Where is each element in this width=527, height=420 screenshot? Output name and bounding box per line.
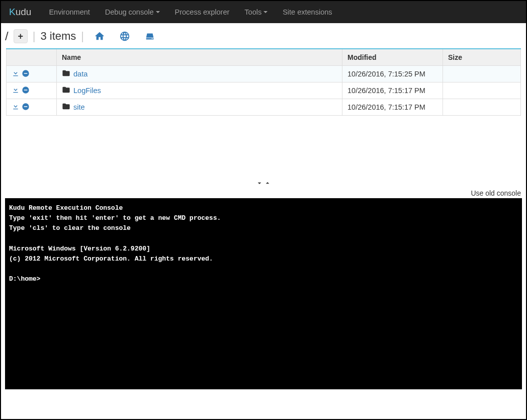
globe-icon[interactable] — [119, 31, 130, 42]
row-size-cell — [443, 66, 521, 82]
nav-item[interactable]: Debug console — [98, 1, 167, 23]
chevron-up-icon — [264, 179, 272, 187]
chevron-down-icon — [255, 179, 264, 187]
path-root[interactable]: / — [5, 29, 9, 43]
disk-icon[interactable] — [144, 31, 155, 42]
col-actions-header — [7, 49, 57, 66]
add-button[interactable]: + — [14, 29, 28, 43]
row-actions — [7, 66, 57, 82]
top-navbar: Kudu EnvironmentDebug console Process ex… — [1, 1, 526, 23]
folder-link[interactable]: LogFiles — [73, 87, 101, 95]
folder-link[interactable]: data — [73, 70, 87, 78]
breadcrumb-bar: / + | 3 items | — [1, 23, 526, 48]
home-icon[interactable] — [94, 31, 105, 42]
nav-items: EnvironmentDebug console Process explore… — [41, 1, 339, 23]
caret-icon — [156, 11, 160, 13]
row-size-cell — [443, 82, 521, 99]
folder-icon — [62, 86, 70, 96]
col-modified-header[interactable]: Modified — [342, 49, 443, 66]
breadcrumb-icons — [94, 31, 155, 42]
table-row[interactable]: site10/26/2016, 7:15:17 PM — [7, 99, 521, 116]
col-name-header[interactable]: Name — [57, 49, 342, 66]
resize-handle[interactable] — [1, 176, 526, 188]
separator: | — [33, 30, 36, 43]
items-count: 3 items — [40, 30, 76, 43]
delete-icon[interactable] — [22, 86, 30, 96]
brand-text-rest: udu — [16, 7, 32, 17]
table-row[interactable]: LogFiles10/26/2016, 7:15:17 PM — [7, 82, 521, 99]
row-modified-cell: 10/26/2016, 7:15:17 PM — [342, 82, 443, 99]
row-name-cell: site — [57, 99, 342, 116]
row-name-cell: data — [57, 66, 342, 82]
folder-link[interactable]: site — [73, 103, 85, 111]
delete-icon[interactable] — [22, 103, 30, 112]
nav-item[interactable]: Tools — [237, 1, 275, 23]
row-size-cell — [443, 99, 521, 116]
table-row[interactable]: data10/26/2016, 7:15:25 PM — [7, 66, 521, 82]
row-modified-cell: 10/26/2016, 7:15:17 PM — [342, 99, 443, 116]
download-icon[interactable] — [12, 69, 20, 79]
nav-item[interactable]: Process explorer — [167, 1, 237, 23]
row-actions — [7, 99, 57, 116]
nav-item[interactable]: Site extensions — [275, 1, 339, 23]
col-size-header[interactable]: Size — [443, 49, 521, 66]
row-name-cell: LogFiles — [57, 82, 342, 99]
row-actions — [7, 82, 57, 99]
delete-icon[interactable] — [22, 69, 30, 79]
folder-icon — [62, 102, 70, 112]
use-old-console-link[interactable]: Use old console — [471, 189, 521, 197]
row-modified-cell: 10/26/2016, 7:15:25 PM — [342, 66, 443, 82]
file-table-wrap: Name Modified Size data10/26/2016, 7:15:… — [1, 48, 526, 116]
caret-icon — [264, 11, 268, 13]
separator: | — [81, 30, 84, 43]
download-icon[interactable] — [12, 103, 20, 112]
console-top-row: Use old console — [1, 188, 526, 198]
download-icon[interactable] — [12, 86, 20, 96]
nav-item[interactable]: Environment — [41, 1, 97, 23]
folder-icon — [62, 69, 70, 79]
file-table: Name Modified Size data10/26/2016, 7:15:… — [6, 48, 521, 116]
table-header-row: Name Modified Size — [7, 49, 521, 66]
console-terminal[interactable]: Kudu Remote Execution Console Type 'exit… — [5, 198, 522, 389]
brand-logo[interactable]: Kudu — [7, 7, 37, 18]
